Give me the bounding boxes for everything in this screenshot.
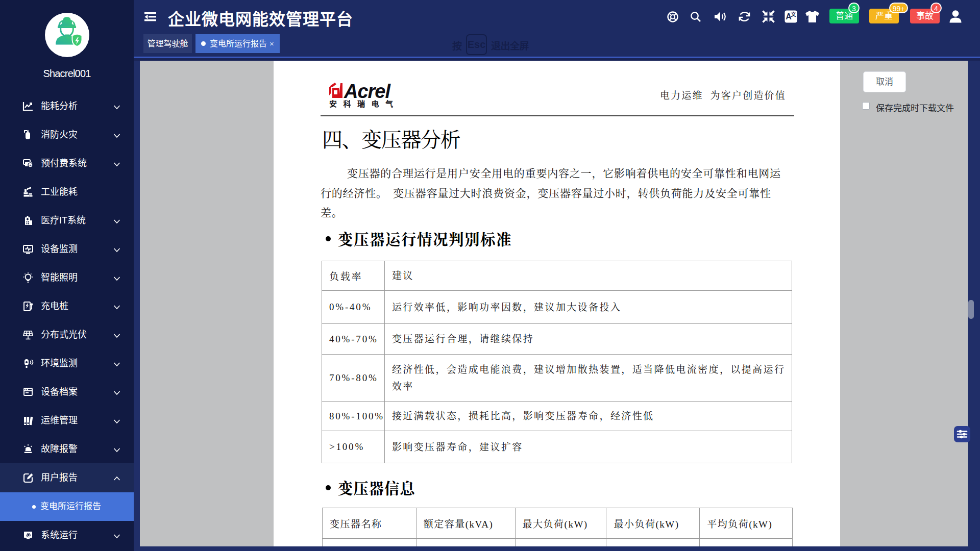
svg-text:安科瑞电气: 安科瑞电气 bbox=[329, 99, 395, 108]
svg-text:+: + bbox=[29, 163, 32, 168]
svg-text:Acrel: Acrel bbox=[344, 81, 391, 102]
svg-text:文: 文 bbox=[791, 11, 797, 17]
